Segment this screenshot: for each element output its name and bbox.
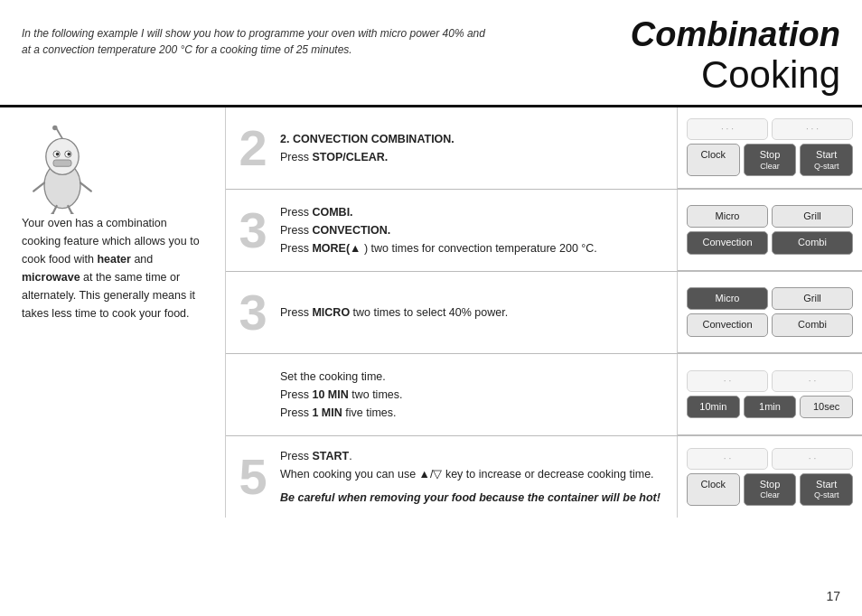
page-number: 17 bbox=[826, 589, 840, 603]
svg-point-3 bbox=[52, 126, 57, 130]
btn-partial-1[interactable]: · · · bbox=[687, 118, 768, 140]
btn-clock-1[interactable]: Clock bbox=[687, 144, 740, 176]
intro-area: In the following example I will show you… bbox=[22, 16, 631, 58]
panel-4-buttons: 10min 1min 10sec bbox=[687, 396, 853, 418]
panel-1: · · · · · · Clock StopClear StartQ-start bbox=[677, 107, 862, 189]
step-3a-line3: Press MORE(▲ ) two times for convection … bbox=[280, 239, 668, 257]
btn-convection-3[interactable]: Convection bbox=[687, 313, 768, 336]
svg-point-7 bbox=[67, 153, 70, 156]
main-content: Your oven has a combination cooking feat… bbox=[0, 107, 862, 518]
btn-1min[interactable]: 1min bbox=[744, 396, 797, 418]
btn-10min[interactable]: 10min bbox=[687, 396, 740, 418]
step-2-content: 2. CONVECTION COMBINATION. Press STOP/CL… bbox=[280, 107, 677, 189]
svg-point-6 bbox=[56, 153, 60, 156]
btn-partial-4b[interactable]: · · bbox=[772, 370, 853, 392]
panel-1-top-partial: · · · · · · bbox=[687, 118, 853, 140]
top-section: In the following example I will show you… bbox=[0, 0, 862, 107]
step-5-number: 5 bbox=[239, 452, 267, 502]
step-5-number-area: 5 bbox=[226, 436, 280, 518]
btn-partial-5a[interactable]: · · bbox=[687, 448, 768, 470]
panel-5-top-partial: · · · · bbox=[687, 448, 853, 470]
btn-micro-3[interactable]: Micro bbox=[687, 287, 768, 310]
svg-line-10 bbox=[80, 182, 91, 191]
btn-stop-clear-5[interactable]: StopClear bbox=[744, 473, 797, 506]
step-3b-number: 3 bbox=[239, 287, 267, 338]
panel-5-inner: · · · · Clock StopClear StartQ-start bbox=[678, 436, 862, 518]
left-description: Your oven has a combination cooking feat… bbox=[22, 214, 209, 322]
panel-4: · · · · 10min 1min 10sec bbox=[677, 354, 862, 435]
step-2-title: 2. CONVECTION COMBINATION. bbox=[280, 130, 668, 148]
svg-line-9 bbox=[33, 182, 44, 191]
title-area: Combination Cooking bbox=[631, 16, 840, 96]
btn-start-qstart-1[interactable]: StartQ-start bbox=[800, 144, 853, 176]
step-5-line1: Press START. bbox=[280, 447, 668, 465]
panel-4-top-partial: · · · · bbox=[687, 370, 853, 392]
step-3a-line2: Press CONVECTION. bbox=[280, 221, 668, 239]
step-4-content: Set the cooking time. Press 10 MIN two t… bbox=[280, 354, 677, 435]
btn-micro-2[interactable]: Micro bbox=[687, 205, 768, 228]
step-2-line1: Press STOP/CLEAR. bbox=[280, 148, 668, 166]
btn-partial-2[interactable]: · · · bbox=[772, 118, 853, 140]
step-row-4: Set the cooking time. Press 10 MIN two t… bbox=[226, 354, 862, 436]
btn-10sec[interactable]: 10sec bbox=[800, 396, 853, 418]
intro-text: In the following example I will show you… bbox=[22, 25, 492, 58]
svg-point-1 bbox=[46, 138, 79, 174]
step-5-content: Press START. When cooking you can use ▲/… bbox=[280, 436, 677, 518]
btn-stop-clear-1[interactable]: StopClear bbox=[744, 144, 797, 176]
step-4-line1: Set the cooking time. bbox=[280, 368, 668, 386]
panel-1-inner: · · · · · · Clock StopClear StartQ-start bbox=[678, 107, 862, 189]
panel-2: Micro Grill Convection Combi bbox=[677, 190, 862, 271]
step-4-line2: Press 10 MIN two times. bbox=[280, 386, 668, 404]
title-cooking: Cooking bbox=[631, 54, 840, 96]
step-4-line3: Press 1 MIN five times. bbox=[280, 404, 668, 422]
btn-grill-3[interactable]: Grill bbox=[772, 287, 853, 310]
svg-line-2 bbox=[57, 128, 62, 138]
btn-combi-3[interactable]: Combi bbox=[772, 313, 853, 336]
step-3a-content: Press COMBI. Press CONVECTION. Press MOR… bbox=[280, 190, 677, 271]
btn-partial-4a[interactable]: · · bbox=[687, 370, 768, 392]
panel-3-buttons: Micro Grill Convection Combi bbox=[687, 287, 853, 336]
left-column: Your oven has a combination cooking feat… bbox=[0, 107, 226, 518]
step-3a-number: 3 bbox=[239, 205, 267, 256]
step-row-3b: 3 Press MICRO two times to select 40% po… bbox=[226, 272, 862, 354]
step-5-line3: Be careful when removing your food becau… bbox=[280, 489, 668, 507]
panel-5-buttons: Clock StopClear StartQ-start bbox=[687, 473, 853, 506]
step-row-2: 2 2. CONVECTION COMBINATION. Press STOP/… bbox=[226, 107, 862, 190]
step-row-5: 5 Press START. When cooking you can use … bbox=[226, 436, 862, 518]
panel-5: · · · · Clock StopClear StartQ-start bbox=[677, 436, 862, 518]
btn-convection-2[interactable]: Convection bbox=[687, 231, 768, 254]
step-3a-number-area: 3 bbox=[226, 190, 280, 271]
btn-partial-5b[interactable]: · · bbox=[772, 448, 853, 470]
steps-and-panels: 2 2. CONVECTION COMBINATION. Press STOP/… bbox=[226, 107, 862, 518]
btn-grill-2[interactable]: Grill bbox=[772, 205, 853, 228]
panel-3-inner: Micro Grill Convection Combi bbox=[678, 272, 862, 353]
panel-4-inner: · · · · 10min 1min 10sec bbox=[678, 354, 862, 435]
btn-start-qstart-5[interactable]: StartQ-start bbox=[800, 473, 853, 506]
step-3b-content: Press MICRO two times to select 40% powe… bbox=[280, 272, 677, 353]
step-3b-number-area: 3 bbox=[226, 272, 280, 353]
btn-clock-5[interactable]: Clock bbox=[687, 473, 740, 506]
btn-combi-2[interactable]: Combi bbox=[772, 231, 853, 254]
step-3b-line1: Press MICRO two times to select 40% powe… bbox=[280, 303, 668, 322]
step-3a-line1: Press COMBI. bbox=[280, 203, 668, 221]
panel-2-buttons: Micro Grill Convection Combi bbox=[687, 205, 853, 254]
mascot-image bbox=[22, 124, 103, 214]
title-combination: Combination bbox=[631, 16, 840, 54]
step-row-3a: 3 Press COMBI. Press CONVECTION. Press M… bbox=[226, 190, 862, 272]
svg-rect-8 bbox=[53, 160, 71, 166]
step-4-number-area bbox=[226, 354, 280, 435]
step-5-line2: When cooking you can use ▲/▽ key to incr… bbox=[280, 465, 668, 483]
step-2-number: 2 bbox=[239, 123, 267, 173]
panel-2-inner: Micro Grill Convection Combi bbox=[678, 190, 862, 271]
panel-3: Micro Grill Convection Combi bbox=[677, 272, 862, 353]
step-2-number-area: 2 bbox=[226, 107, 280, 189]
panel-1-buttons: Clock StopClear StartQ-start bbox=[687, 144, 853, 176]
